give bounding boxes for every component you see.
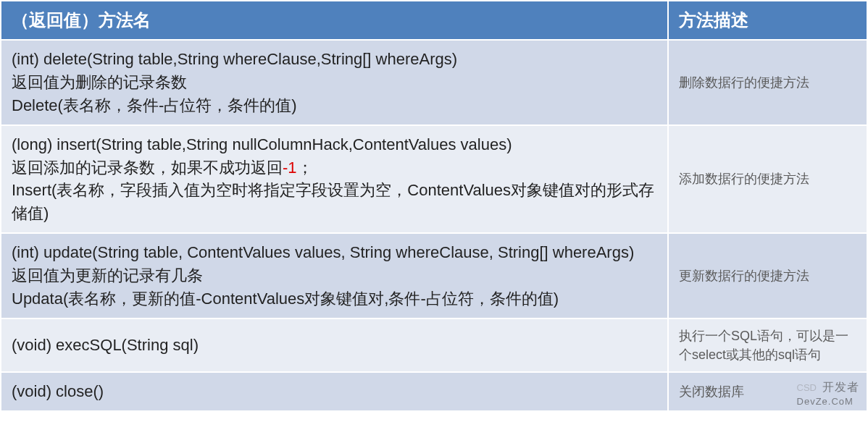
table-row: (long) insert(String table,String nullCo… (1, 125, 867, 234)
method-cell: (long) insert(String table,String nullCo… (1, 125, 668, 234)
header-row: （返回值）方法名 方法描述 (1, 1, 867, 40)
description-cell: 删除数据行的便捷方法 (668, 40, 867, 125)
method-line: 返回值为删除的记录条数 (12, 71, 657, 94)
method-line: 返回值为更新的记录有几条 (12, 264, 657, 287)
method-cell: (void) execSQL(String sql) (1, 318, 668, 372)
watermark: CSD开发者DevZe.CoM (797, 379, 859, 409)
description-cell: 关闭数据库CSD开发者DevZe.CoM (668, 372, 867, 411)
description-cell: 更新数据行的便捷方法 (668, 233, 867, 318)
method-line: 返回添加的记录条数，如果不成功返回-1； (12, 156, 657, 180)
method-line: (void) close() (12, 380, 657, 403)
header-description: 方法描述 (668, 1, 867, 40)
header-method: （返回值）方法名 (1, 1, 668, 40)
description-cell: 添加数据行的便捷方法 (668, 125, 867, 234)
method-line: Insert(表名称，字段插入值为空时将指定字段设置为空，ContentValu… (12, 179, 657, 225)
highlight-text: -1 (283, 159, 297, 177)
method-line: Delete(表名称，条件-占位符，条件的值) (12, 94, 657, 117)
method-cell: (void) close() (1, 372, 668, 411)
table-row: (int) update(String table, ContentValues… (1, 233, 867, 318)
method-line: (int) delete(String table,String whereCl… (12, 48, 657, 71)
method-line: (int) update(String table, ContentValues… (12, 241, 657, 264)
method-line: (void) execSQL(String sql) (12, 334, 657, 357)
method-line: (long) insert(String table,String nullCo… (12, 133, 657, 156)
method-cell: (int) update(String table, ContentValues… (1, 233, 668, 318)
table-row: (void) execSQL(String sql)执行一个SQL语句，可以是一… (1, 318, 867, 372)
method-cell: (int) delete(String table,String whereCl… (1, 40, 668, 125)
description-cell: 执行一个SQL语句，可以是一个select或其他的sql语句 (668, 318, 867, 372)
table-body: (int) delete(String table,String whereCl… (1, 40, 867, 411)
method-line: Updata(表名称，更新的值-ContentValues对象键值对,条件-占位… (12, 287, 657, 311)
table-row: (int) delete(String table,String whereCl… (1, 40, 867, 125)
table-row: (void) close()关闭数据库CSD开发者DevZe.CoM (1, 372, 867, 411)
methods-table: （返回值）方法名 方法描述 (int) delete(String table,… (0, 0, 868, 412)
